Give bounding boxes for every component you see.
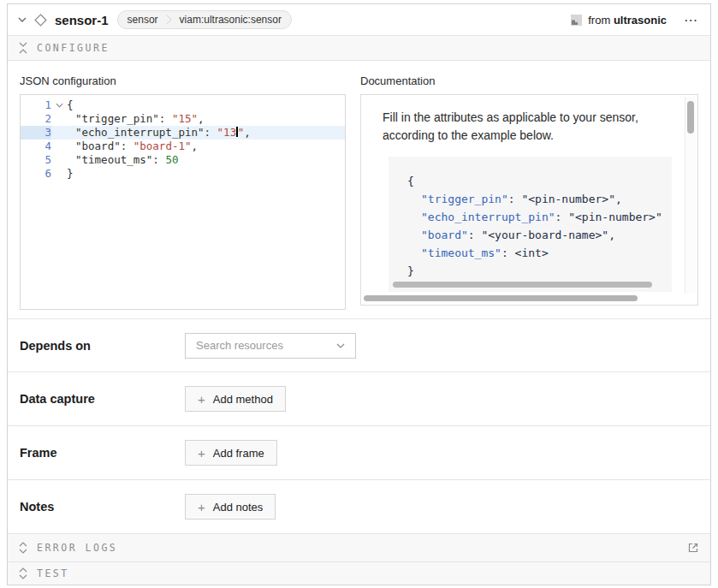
depends-on-placeholder: Search resources <box>196 339 336 352</box>
badge-divider-icon <box>166 14 172 26</box>
test-label: TEST <box>37 567 69 579</box>
editor-line-2[interactable]: 2"trigger_pin": "15", <box>21 112 345 126</box>
documentation-hscrollbar[interactable] <box>364 295 697 302</box>
documentation-label: Documentation <box>360 74 698 87</box>
editor-line-4[interactable]: 4"board": "board-1", <box>21 140 345 153</box>
badge-model-label: viam:ultrasonic:sensor <box>180 14 282 26</box>
expand-section-icon <box>19 567 27 579</box>
editor-line-1[interactable]: 1{ <box>21 98 345 112</box>
component-title: sensor-1 <box>55 13 109 27</box>
plus-icon: + <box>198 501 205 514</box>
doc-code-line: { <box>407 172 672 190</box>
add-method-button[interactable]: + Add method <box>185 386 286 412</box>
badge-type-label: sensor <box>128 14 158 26</box>
depends-on-label: Depends on <box>20 339 185 353</box>
line-number: 1 <box>21 98 51 112</box>
component-header: sensor-1 sensor viam:ultrasonic:sensor f… <box>8 4 710 35</box>
component-card: sensor-1 sensor viam:ultrasonic:sensor f… <box>7 3 711 585</box>
component-diamond-icon <box>34 14 47 27</box>
expand-section-icon <box>19 542 27 554</box>
frame-row: Frame + Add frame <box>8 425 710 479</box>
notes-row: Notes + Add notes <box>8 479 710 533</box>
test-section-toggle[interactable]: TEST <box>8 561 710 585</box>
depends-on-row: Depends on Search resources <box>8 318 710 371</box>
doc-code-line: "echo_interrupt_pin": "<pin-number>" <box>407 208 672 226</box>
code-block-hscrollbar[interactable] <box>393 282 652 288</box>
doc-code-line: "trigger_pin": "<pin-number>", <box>407 190 672 208</box>
line-number: 4 <box>21 140 51 153</box>
documentation-code-block: {"trigger_pin": "<pin-number>","echo_int… <box>389 157 672 292</box>
more-menu-button[interactable]: ⋯ <box>682 12 700 28</box>
editor-line-5[interactable]: 5"timeout_ms": 50 <box>21 153 345 167</box>
line-number: 5 <box>21 153 51 167</box>
line-number: 6 <box>21 167 51 181</box>
json-config-editor[interactable]: 1{2"trigger_pin": "15",3"echo_interrupt_… <box>20 94 346 310</box>
editor-line-3[interactable]: 3"echo_interrupt_pin": "13", <box>21 126 345 140</box>
collapse-section-icon <box>19 42 27 54</box>
configure-section-body: JSON configuration 1{2"trigger_pin": "15… <box>8 61 710 318</box>
plus-icon: + <box>198 393 205 406</box>
data-capture-row: Data capture + Add method <box>8 371 710 425</box>
documentation-intro: Fill in the attributes as applicable to … <box>383 109 672 145</box>
error-logs-label: ERROR LOGS <box>37 542 117 554</box>
from-module-link[interactable]: from ultrasonic <box>571 14 667 27</box>
component-type-badge: sensor viam:ultrasonic:sensor <box>117 10 292 29</box>
documentation-panel: Fill in the attributes as applicable to … <box>360 94 698 306</box>
from-module-name: ultrasonic <box>614 14 667 27</box>
documentation-vscrollbar[interactable] <box>685 97 696 294</box>
error-logs-section-toggle[interactable]: ERROR LOGS <box>8 533 710 561</box>
data-capture-label: Data capture <box>20 392 185 406</box>
card-collapse-chevron-icon[interactable] <box>18 17 27 22</box>
add-frame-button[interactable]: + Add frame <box>185 440 277 466</box>
module-icon <box>571 15 582 26</box>
json-config-label: JSON configuration <box>20 74 346 87</box>
open-logs-external-icon[interactable] <box>687 542 699 554</box>
depends-on-select[interactable]: Search resources <box>185 333 356 359</box>
notes-label: Notes <box>20 500 185 514</box>
fold-chevron-icon[interactable] <box>51 98 67 112</box>
doc-code-line: "board": "<your-board-name>", <box>407 226 672 244</box>
configure-section-label: CONFIGURE <box>37 42 110 54</box>
line-number: 2 <box>21 112 51 126</box>
plus-icon: + <box>198 447 205 460</box>
frame-label: Frame <box>20 446 185 460</box>
line-number: 3 <box>21 126 51 140</box>
editor-line-6[interactable]: 6} <box>21 167 345 181</box>
from-label: from <box>588 14 610 27</box>
doc-code-line: } <box>407 262 672 280</box>
configure-section-toggle[interactable]: CONFIGURE <box>8 35 710 61</box>
doc-code-line: "timeout_ms": <int> <box>407 244 672 262</box>
add-notes-button[interactable]: + Add notes <box>185 494 276 520</box>
chevron-down-icon <box>336 343 345 348</box>
